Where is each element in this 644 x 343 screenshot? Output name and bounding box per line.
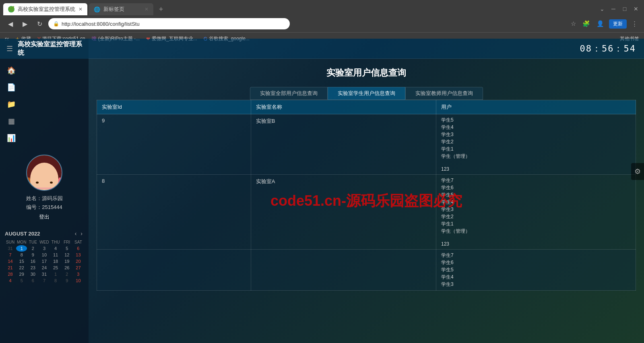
cal-day-9[interactable]: 9 xyxy=(27,252,38,258)
minimize-btn[interactable]: ─ xyxy=(609,4,618,14)
nav-item-home[interactable]: 🏠 xyxy=(0,62,89,79)
logout-button[interactable]: 登出 xyxy=(39,213,50,221)
user-item: 学生7 xyxy=(441,177,631,184)
cal-day-10[interactable]: 10 xyxy=(39,252,50,258)
cal-day-24[interactable]: 24 xyxy=(39,264,50,271)
tab-favicon: 🌿 xyxy=(8,6,14,12)
gear-icon: ⚙ xyxy=(634,167,641,176)
tab-teacher-users[interactable]: 实验室教师用户信息查询 xyxy=(405,87,483,100)
user-item: 学生1 xyxy=(441,221,631,227)
cal-day-7[interactable]: 7 xyxy=(5,252,16,258)
cal-day-1[interactable]: 1 xyxy=(16,245,27,252)
cal-day-1-next[interactable]: 1 xyxy=(50,271,61,277)
cal-day-13[interactable]: 13 xyxy=(73,252,84,258)
new-tab-button[interactable]: + xyxy=(155,3,167,15)
cal-next-btn[interactable]: › xyxy=(79,230,84,237)
cal-day-31-prev[interactable]: 31 xyxy=(5,245,16,252)
nav-item-grid[interactable]: ▦ xyxy=(0,113,89,130)
cal-day-17[interactable]: 17 xyxy=(39,258,50,264)
nav-item-chart[interactable]: 📊 xyxy=(0,130,89,147)
cal-day-6[interactable]: 6 xyxy=(73,245,84,252)
user-item: 学生2 xyxy=(441,213,631,220)
cal-header-thu: THU xyxy=(50,239,61,245)
close-window-btn[interactable]: ✕ xyxy=(631,4,641,14)
address-bar[interactable]: 🔒 http://localhost:8080/config/listStu xyxy=(48,18,290,29)
user-item: 学生5 xyxy=(441,267,631,273)
cal-prev-btn[interactable]: ‹ xyxy=(74,230,78,237)
cal-day-5-next[interactable]: 5 xyxy=(16,277,27,284)
settings-button[interactable]: ⚙ xyxy=(631,163,644,180)
cal-day-18[interactable]: 18 xyxy=(50,258,61,264)
cal-day-23[interactable]: 23 xyxy=(27,264,38,271)
nav-item-doc[interactable]: 📄 xyxy=(0,79,89,96)
calendar-day-headers: SUN MON TUE WED THU FRI SAT xyxy=(5,239,84,245)
extensions-btn[interactable]: 🧩 xyxy=(581,19,592,29)
cal-header-sun: SUN xyxy=(5,239,16,245)
nav-item-folder[interactable]: 📁 xyxy=(0,96,89,113)
cal-day-26[interactable]: 26 xyxy=(62,264,72,271)
browser-tabs: 🌿 高校实验室监控管理系统 ✕ 🌐 新标签页 ✕ + ⌄ ─ □ ✕ xyxy=(0,0,644,15)
cal-day-22[interactable]: 22 xyxy=(16,264,27,271)
tab-active[interactable]: 🌿 高校实验室监控管理系统 ✕ xyxy=(3,3,87,15)
tab-all-users[interactable]: 实验室全部用户信息查询 xyxy=(250,87,328,100)
user-item: 123 xyxy=(441,166,631,172)
calendar-month: AUGUST 2022 xyxy=(5,231,40,237)
cal-day-2[interactable]: 2 xyxy=(27,245,38,252)
restore-btn[interactable]: □ xyxy=(620,4,630,14)
secure-icon: 🔒 xyxy=(53,21,59,27)
cal-day-5[interactable]: 5 xyxy=(62,245,72,252)
calendar-grid: SUN MON TUE WED THU FRI SAT 31 1 2 3 4 5… xyxy=(5,239,84,284)
cell-lab-name-1: 实验室B xyxy=(251,114,436,175)
cal-day-4-next[interactable]: 4 xyxy=(5,277,16,284)
cal-day-11[interactable]: 11 xyxy=(50,252,61,258)
user-item: 学生3 xyxy=(441,281,631,288)
cal-day-6-next[interactable]: 6 xyxy=(27,277,38,284)
cal-day-20[interactable]: 20 xyxy=(73,258,84,264)
update-button[interactable]: 更新 xyxy=(609,19,627,29)
user-item: 学生3 xyxy=(441,206,631,213)
hamburger-icon[interactable]: ☰ xyxy=(6,44,13,53)
cal-day-10-next[interactable]: 10 xyxy=(73,277,84,284)
cal-day-21[interactable]: 21 xyxy=(5,264,16,271)
cal-day-12[interactable]: 12 xyxy=(62,252,72,258)
tab-close-btn-2[interactable]: ✕ xyxy=(144,6,149,12)
cal-day-25[interactable]: 25 xyxy=(50,264,61,271)
cal-day-30[interactable]: 30 xyxy=(27,271,38,277)
cal-day-8[interactable]: 8 xyxy=(16,252,27,258)
tab-list-btn[interactable]: ⌄ xyxy=(597,4,607,14)
cal-day-3-next[interactable]: 3 xyxy=(73,271,84,277)
tab-favicon-2: 🌐 xyxy=(94,6,100,12)
cal-day-19[interactable]: 19 xyxy=(62,258,72,264)
menu-btn[interactable]: ⋮ xyxy=(630,19,639,29)
cal-day-31[interactable]: 31 xyxy=(39,271,50,277)
cal-week-4: 21 22 23 24 25 26 27 xyxy=(5,264,84,271)
refresh-button[interactable]: ↻ xyxy=(34,18,45,29)
cal-day-2-next[interactable]: 2 xyxy=(62,271,72,277)
cal-day-28[interactable]: 28 xyxy=(5,271,16,277)
bookmark-btn[interactable]: ☆ xyxy=(569,19,578,29)
user-item: 学生7 xyxy=(441,252,631,259)
cal-day-29[interactable]: 29 xyxy=(16,271,27,277)
cal-day-27[interactable]: 27 xyxy=(73,264,84,271)
app-title: 高校实验室监控管理系统 xyxy=(18,40,82,57)
user-item: 学生5 xyxy=(441,192,631,198)
cal-day-4[interactable]: 4 xyxy=(50,245,61,252)
cal-day-9-next[interactable]: 9 xyxy=(62,277,72,284)
cal-day-14[interactable]: 14 xyxy=(5,258,16,264)
user-item xyxy=(441,160,631,166)
table-header-row: 实验室Id 实验室名称 用户 xyxy=(97,100,636,114)
cal-day-16[interactable]: 16 xyxy=(27,258,38,264)
tab-close-btn[interactable]: ✕ xyxy=(78,6,83,12)
cal-day-7-next[interactable]: 7 xyxy=(39,277,50,284)
user-item: 学生（管理） xyxy=(441,228,631,235)
forward-button[interactable]: ▶ xyxy=(19,18,31,29)
tab-label-2: 新标签页 xyxy=(103,6,124,13)
tab-student-users[interactable]: 实验室学生用户信息查询 xyxy=(328,87,405,100)
tab-inactive[interactable]: 🌐 新标签页 ✕ xyxy=(89,3,153,15)
cal-day-8-next[interactable]: 8 xyxy=(50,277,61,284)
cal-day-3[interactable]: 3 xyxy=(39,245,50,252)
cal-day-15[interactable]: 15 xyxy=(16,258,27,264)
profile-btn[interactable]: 👤 xyxy=(595,19,606,29)
back-button[interactable]: ◀ xyxy=(5,18,16,29)
folder-icon: 📁 xyxy=(6,100,16,109)
